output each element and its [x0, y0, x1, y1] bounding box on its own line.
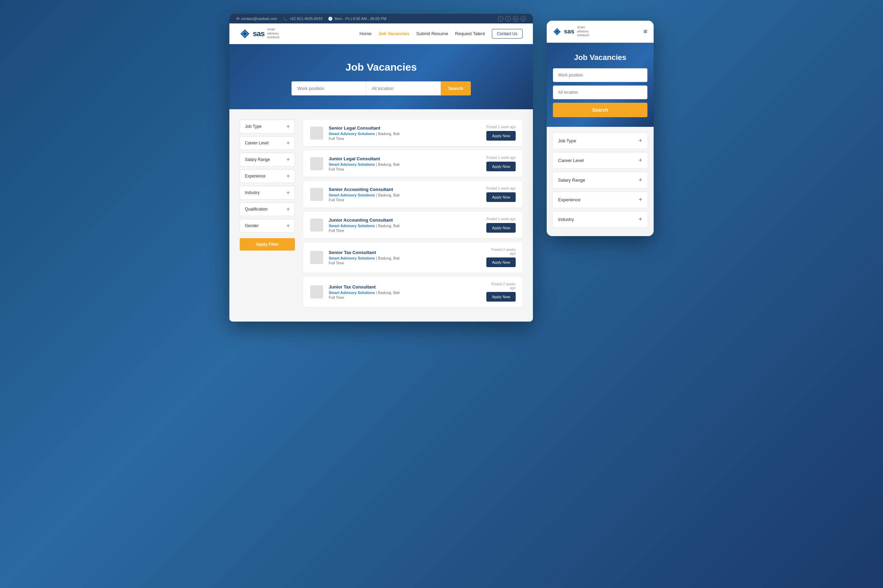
- email-icon: ✉: [236, 16, 239, 21]
- mobile-filter-industry[interactable]: Industry +: [552, 211, 648, 228]
- location-input[interactable]: [366, 81, 441, 96]
- job-company: Smart Advisory Solutions | Badung, Bali: [329, 132, 481, 136]
- mobile-logo-subtitle: smart advisory solutions: [577, 26, 590, 38]
- job-title: Junior Legal Consultant: [329, 156, 481, 161]
- mobile-work-position-input[interactable]: [553, 68, 647, 82]
- posted-date: Posted 1 week ago: [486, 125, 516, 129]
- filter-industry[interactable]: Industry +: [240, 186, 295, 200]
- mobile-filter-career-level-plus: +: [638, 157, 642, 164]
- hours-item: 🕐 Mon - Fri | 8:00 AM - 06:00 PM: [328, 16, 386, 21]
- mobile-filter-job-type[interactable]: Job Type +: [552, 132, 648, 149]
- mobile-logo-icon: [553, 28, 561, 36]
- mobile-search-button[interactable]: Search: [553, 103, 647, 117]
- mobile-filter-industry-plus: +: [638, 216, 642, 223]
- job-title: Junior Tax Consultant: [329, 284, 481, 290]
- filter-job-type-label: Job Type: [245, 124, 262, 129]
- hero-title: Job Vacancies: [240, 62, 522, 73]
- filter-career-level[interactable]: Career Level +: [240, 136, 295, 150]
- nav-home[interactable]: Home: [360, 31, 372, 36]
- search-button[interactable]: Search: [441, 81, 471, 96]
- apply-now-button[interactable]: Apply Now: [486, 162, 516, 171]
- filter-experience[interactable]: Experience +: [240, 169, 295, 183]
- mobile-filter-experience-label: Experience: [558, 197, 581, 202]
- hamburger-menu-button[interactable]: ≡: [643, 28, 647, 36]
- job-meta: Posted 2 weeksago Apply Now: [486, 248, 516, 267]
- apply-now-button[interactable]: Apply Now: [486, 131, 516, 141]
- mobile-nav: sas smart advisory solutions ≡: [547, 21, 654, 43]
- job-info: Senior Accounting Consultant Smart Advis…: [329, 187, 481, 202]
- filter-career-level-label: Career Level: [245, 141, 269, 146]
- apply-filter-button[interactable]: Apply Filter: [240, 238, 295, 250]
- mobile-filter-job-type-label: Job Type: [558, 138, 576, 143]
- social-icons: f t in y: [498, 16, 526, 21]
- work-position-input[interactable]: [292, 81, 366, 96]
- social-icon-3[interactable]: in: [513, 16, 518, 21]
- posted-date: Posted 1 week ago: [486, 186, 516, 190]
- social-icon-4[interactable]: y: [520, 16, 526, 21]
- clock-icon: 🕐: [328, 16, 333, 21]
- table-row: Junior Tax Consultant Smart Advisory Sol…: [303, 277, 522, 307]
- table-row: Senior Accounting Consultant Smart Advis…: [303, 181, 522, 207]
- table-row: Senior Legal Consultant Smart Advisory S…: [303, 120, 522, 146]
- avatar: [310, 219, 323, 232]
- nav-links: Home Job Vacancies Submit Resume Request…: [360, 29, 522, 39]
- avatar: [310, 188, 323, 201]
- mobile-filter-experience-plus: +: [638, 196, 642, 203]
- job-type: Full Time: [329, 136, 481, 141]
- email-item: ✉ contact@sasbali.com: [236, 16, 277, 21]
- mobile-filter-experience[interactable]: Experience +: [552, 191, 648, 208]
- content-area: Job Type + Career Level + Salary Range +…: [229, 109, 533, 322]
- job-type: Full Time: [329, 296, 481, 300]
- filter-qualification[interactable]: Qualification +: [240, 202, 295, 216]
- logo-text: sas: [253, 29, 265, 38]
- top-bar-left: ✉ contact@sasbali.com 📞 +62 821-4695-803…: [236, 16, 386, 21]
- phone-icon: 📞: [283, 16, 288, 21]
- desktop-browser: ✉ contact@sasbali.com 📞 +62 821-4695-803…: [229, 14, 533, 322]
- social-icon-2[interactable]: t: [505, 16, 511, 21]
- mobile-browser: sas smart advisory solutions ≡ Job Vacan…: [547, 21, 654, 236]
- apply-now-button[interactable]: Apply Now: [486, 192, 516, 202]
- filter-gender-toggle: +: [287, 223, 290, 229]
- job-type: Full Time: [329, 198, 481, 202]
- mobile-hero: Job Vacancies Search: [547, 43, 654, 127]
- filter-job-type-toggle: +: [287, 123, 290, 130]
- avatar: [310, 126, 323, 140]
- job-company: Smart Advisory Solutions | Badung, Bali: [329, 193, 481, 197]
- nav-submit-resume[interactable]: Submit Resume: [416, 31, 448, 36]
- filter-career-level-toggle: +: [287, 140, 290, 146]
- mobile-filter-industry-label: Industry: [558, 217, 574, 222]
- filter-experience-toggle: +: [287, 173, 290, 179]
- job-title: Senior Legal Consultant: [329, 126, 481, 130]
- job-type: Full Time: [329, 261, 481, 265]
- nav-job-vacancies[interactable]: Job Vacancies: [378, 31, 409, 36]
- job-type: Full Time: [329, 167, 481, 171]
- contact-us-button[interactable]: Contact Us: [492, 29, 522, 39]
- table-row: Senior Tax Consultant Smart Advisory Sol…: [303, 242, 522, 273]
- avatar: [310, 157, 323, 170]
- nav-request-talent[interactable]: Request Talent: [455, 31, 485, 36]
- mobile-hero-title: Job Vacancies: [553, 53, 647, 62]
- filter-industry-toggle: +: [287, 190, 290, 196]
- phone-item: 📞 +62 821-4695-8033: [283, 16, 322, 21]
- apply-now-button[interactable]: Apply Now: [486, 292, 516, 302]
- logo-text-area: sas: [253, 29, 265, 38]
- job-company: Smart Advisory Solutions | Badung, Bali: [329, 291, 481, 295]
- hero-search-form: Search: [292, 81, 471, 96]
- desktop-hero: Job Vacancies Search: [229, 44, 533, 109]
- mobile-location-input[interactable]: [553, 86, 647, 99]
- logo-area: sas smart advisory solutions: [240, 28, 280, 40]
- filter-job-type[interactable]: Job Type +: [240, 120, 295, 134]
- email-text: contact@sasbali.com: [241, 16, 277, 21]
- apply-now-button[interactable]: Apply Now: [486, 223, 516, 232]
- filter-salary-range[interactable]: Salary Range +: [240, 153, 295, 166]
- filter-gender-label: Gender: [245, 224, 259, 228]
- social-icon-1[interactable]: f: [498, 16, 503, 21]
- filter-gender[interactable]: Gender +: [240, 219, 295, 232]
- job-title: Senior Accounting Consultant: [329, 187, 481, 192]
- job-meta: Posted 2 weeksago Apply Now: [486, 282, 516, 302]
- posted-date: Posted 2 weeksago: [486, 248, 516, 255]
- apply-now-button[interactable]: Apply Now: [486, 258, 516, 267]
- mobile-filter-salary-range[interactable]: Salary Range +: [552, 172, 648, 189]
- mobile-filter-career-level[interactable]: Career Level +: [552, 152, 648, 169]
- top-bar: ✉ contact@sasbali.com 📞 +62 821-4695-803…: [229, 14, 533, 23]
